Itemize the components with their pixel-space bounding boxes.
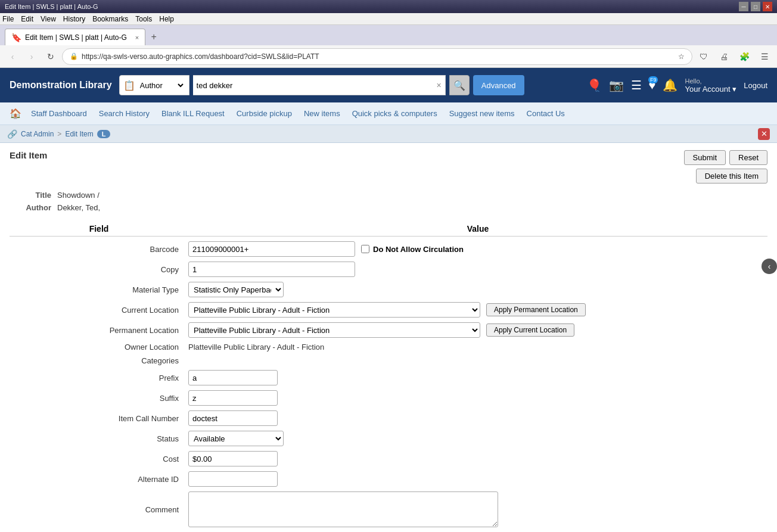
menu-view[interactable]: View [41, 15, 56, 23]
call-number-value-cell [188, 410, 767, 426]
form-headers: Field Value [10, 222, 767, 237]
nav-quick-picks[interactable]: Quick picks & computers [347, 107, 442, 120]
reload-button[interactable]: ↻ [43, 49, 58, 64]
cost-input[interactable] [188, 451, 278, 466]
status-row: Status Available Checked Out On Hold Los… [10, 431, 767, 446]
nav-curbside-pickup[interactable]: Curbside pickup [232, 107, 297, 120]
owner-location-value-cell: Platteville Public Library - Adult - Fic… [188, 343, 767, 351]
browser-titlebar: Edit Item | SWLS | platt | Auto-G ─ □ ✕ [0, 0, 777, 13]
bell-icon[interactable]: 🔔 [663, 78, 677, 92]
url-text: https://qa-swls-verso.auto-graphics.com/… [82, 52, 675, 61]
item-metadata: Title Showdown / Author Dekker, Ted, [10, 191, 767, 212]
categories-label: Categories [10, 356, 188, 365]
prefix-input[interactable] [188, 370, 278, 385]
menu-edit[interactable]: Edit [21, 15, 33, 23]
submit-button[interactable]: Submit [684, 150, 726, 165]
permanent-location-select[interactable]: Platteville Public Library - Adult - Fic… [188, 322, 480, 338]
maximize-button[interactable]: □ [751, 2, 760, 11]
search-type-wrapper: 📋 Author Title Subject Keyword [119, 75, 189, 95]
header-icons: 🎈 📷 ☰ ♥ F9 🔔 Hello, Your Account ▾ Logou… [587, 77, 767, 94]
close-window-button[interactable]: ✕ [763, 2, 772, 11]
heart-badge: F9 [648, 76, 658, 83]
owner-location-label: Owner Location [10, 343, 188, 351]
cost-value-cell [188, 451, 767, 466]
print-icon[interactable]: 🖨 [716, 49, 732, 64]
nav-staff-dashboard[interactable]: Staff Dashboard [26, 107, 92, 120]
material-type-select[interactable]: Statistic Only Paperback Book DVD Magazi… [188, 282, 284, 297]
search-clear-button[interactable]: × [437, 80, 442, 90]
active-tab[interactable]: 🔖 Edit Item | SWLS | platt | Auto-G × [5, 29, 145, 45]
author-value: Dekker, Ted, [57, 203, 100, 212]
camera-icon[interactable]: 📷 [609, 78, 624, 92]
logout-button[interactable]: Logout [744, 81, 767, 90]
comment-textarea[interactable] [188, 491, 498, 527]
do-not-circulate-checkbox[interactable] [361, 245, 369, 253]
menu-file[interactable]: File [2, 15, 14, 23]
current-location-row: Current Location Platteville Public Libr… [10, 302, 767, 318]
list-icon[interactable]: ☰ [631, 78, 642, 92]
new-tab-button[interactable]: + [145, 29, 162, 45]
minimize-button[interactable]: ─ [739, 2, 748, 11]
edit-item-title: Edit Item [10, 150, 47, 160]
alternate-id-value-cell [188, 471, 767, 487]
nav-new-items[interactable]: New items [299, 107, 345, 120]
forward-button[interactable]: › [24, 49, 39, 64]
apply-current-location-button[interactable]: Apply Current Location [486, 323, 574, 337]
menu-help[interactable]: Help [159, 15, 174, 23]
advanced-button[interactable]: Advanced [473, 75, 524, 95]
hot-air-balloon-icon[interactable]: 🎈 [587, 78, 602, 92]
shield-icon[interactable]: 🛡 [696, 49, 711, 64]
address-bar[interactable]: 🔒 https://qa-swls-verso.auto-graphics.co… [62, 48, 692, 65]
copy-input[interactable] [188, 262, 355, 277]
call-number-row: Item Call Number [10, 410, 767, 426]
alternate-id-label: Alternate ID [10, 475, 188, 484]
suffix-input[interactable] [188, 390, 278, 406]
nav-contact-us[interactable]: Contact Us [522, 107, 570, 120]
barcode-value-cell: Do Not Allow Circulation [188, 241, 767, 257]
nav-bar: 🏠 Staff Dashboard Search History Blank I… [0, 102, 777, 125]
barcode-input[interactable] [188, 241, 355, 257]
nav-suggest-new-items[interactable]: Suggest new items [445, 107, 520, 120]
reset-button[interactable]: Reset [729, 150, 767, 165]
owner-location-row: Owner Location Platteville Public Librar… [10, 343, 767, 351]
comment-value-cell [188, 491, 767, 527]
call-number-input[interactable] [188, 410, 278, 426]
search-go-button[interactable]: 🔍 [449, 75, 470, 95]
suffix-row: Suffix [10, 390, 767, 406]
tab-favicon: 🔖 [11, 33, 21, 42]
nav-blank-ill-request[interactable]: Blank ILL Request [157, 107, 229, 120]
delete-button[interactable]: Delete this Item [696, 169, 767, 183]
heart-icon[interactable]: ♥ F9 [649, 79, 656, 92]
breadcrumb-cat-admin[interactable]: Cat Admin [21, 130, 54, 138]
cost-label: Cost [10, 455, 188, 463]
nav-home-button[interactable]: 🏠 [7, 105, 24, 122]
prefix-value-cell [188, 370, 767, 385]
barcode-label: Barcode [10, 245, 188, 254]
alternate-id-row: Alternate ID [10, 471, 767, 487]
cost-row: Cost [10, 451, 767, 466]
tab-label: Edit Item | SWLS | platt | Auto-G [25, 33, 127, 42]
apply-permanent-location-button[interactable]: Apply Permanent Location [486, 303, 586, 316]
back-button[interactable]: ‹ [5, 49, 20, 64]
search-input[interactable] [197, 81, 437, 90]
side-collapse-arrow[interactable]: ‹ [762, 259, 777, 274]
barcode-row: Barcode Do Not Allow Circulation [10, 241, 767, 257]
current-location-value-cell: Platteville Public Library - Adult - Fic… [188, 302, 767, 318]
title-row: Title Showdown / [10, 191, 767, 200]
search-type-select[interactable]: Author Title Subject Keyword [138, 80, 185, 91]
alternate-id-input[interactable] [188, 471, 278, 487]
menu-icon[interactable]: ☰ [757, 49, 772, 64]
account-dropdown-button[interactable]: Your Account ▾ [685, 85, 736, 94]
menu-history[interactable]: History [63, 15, 85, 23]
menu-bookmarks[interactable]: Bookmarks [92, 15, 128, 23]
main-content: Edit Item Submit Reset Delete this Item … [0, 143, 777, 532]
menu-tools[interactable]: Tools [135, 15, 152, 23]
current-location-select[interactable]: Platteville Public Library - Adult - Fic… [188, 302, 480, 318]
account-section: Hello, Your Account ▾ [685, 77, 736, 94]
nav-search-history[interactable]: Search History [94, 107, 154, 120]
copy-label: Copy [10, 265, 188, 274]
tab-close-button[interactable]: × [135, 34, 139, 41]
breadcrumb-close-button[interactable]: ✕ [758, 128, 770, 140]
extensions-icon[interactable]: 🧩 [736, 49, 752, 64]
status-select[interactable]: Available Checked Out On Hold Lost [188, 431, 284, 446]
